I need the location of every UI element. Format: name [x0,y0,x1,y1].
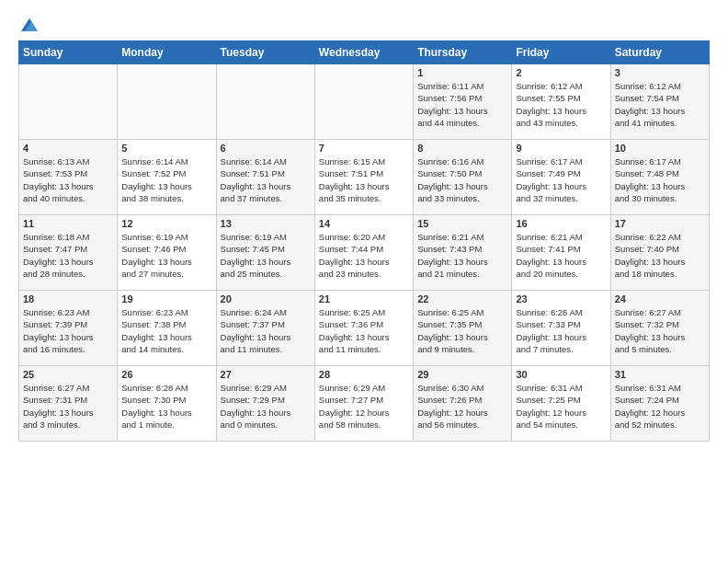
day-info: Sunrise: 6:31 AM Sunset: 7:25 PM Dayligh… [516,382,606,431]
day-info: Sunrise: 6:19 AM Sunset: 7:46 PM Dayligh… [121,231,211,280]
day-number: 30 [516,369,606,380]
calendar-header-wednesday: Wednesday [314,41,413,64]
calendar-header-sunday: Sunday [19,41,118,64]
calendar-cell: 9Sunrise: 6:17 AM Sunset: 7:49 PM Daylig… [512,140,610,215]
day-info: Sunrise: 6:18 AM Sunset: 7:47 PM Dayligh… [23,231,113,280]
calendar-cell: 29Sunrise: 6:30 AM Sunset: 7:26 PM Dayli… [414,366,512,442]
day-info: Sunrise: 6:29 AM Sunset: 7:27 PM Dayligh… [319,382,409,431]
calendar-cell: 15Sunrise: 6:21 AM Sunset: 7:43 PM Dayli… [414,215,512,291]
calendar-cell [19,64,118,140]
calendar-cell: 22Sunrise: 6:25 AM Sunset: 7:35 PM Dayli… [414,291,512,366]
day-number: 21 [319,293,409,304]
day-number: 9 [516,143,606,154]
day-number: 7 [319,143,409,154]
day-number: 25 [23,369,113,380]
calendar-header-friday: Friday [512,41,610,64]
page: SundayMondayTuesdayWednesdayThursdayFrid… [0,0,728,451]
calendar-header-saturday: Saturday [610,41,709,64]
calendar-cell: 27Sunrise: 6:29 AM Sunset: 7:29 PM Dayli… [216,366,314,442]
calendar-cell: 16Sunrise: 6:21 AM Sunset: 7:41 PM Dayli… [512,215,610,291]
calendar-cell: 11Sunrise: 6:18 AM Sunset: 7:47 PM Dayli… [19,215,118,291]
day-number: 1 [417,67,507,78]
calendar-header-tuesday: Tuesday [216,41,314,64]
day-number: 20 [221,293,311,304]
day-info: Sunrise: 6:30 AM Sunset: 7:26 PM Dayligh… [417,382,507,431]
calendar-cell: 2Sunrise: 6:12 AM Sunset: 7:55 PM Daylig… [512,64,610,140]
day-info: Sunrise: 6:15 AM Sunset: 7:51 PM Dayligh… [319,155,409,204]
day-info: Sunrise: 6:27 AM Sunset: 7:31 PM Dayligh… [23,382,113,431]
day-number: 3 [615,67,705,78]
calendar-cell: 3Sunrise: 6:12 AM Sunset: 7:54 PM Daylig… [610,64,709,140]
day-info: Sunrise: 6:27 AM Sunset: 7:32 PM Dayligh… [615,306,705,355]
day-info: Sunrise: 6:12 AM Sunset: 7:55 PM Dayligh… [516,80,606,129]
day-number: 17 [615,218,705,229]
calendar-header-monday: Monday [118,41,216,64]
day-number: 4 [23,143,113,154]
day-number: 23 [516,293,606,304]
calendar-cell: 28Sunrise: 6:29 AM Sunset: 7:27 PM Dayli… [314,366,413,442]
day-info: Sunrise: 6:22 AM Sunset: 7:40 PM Dayligh… [615,231,705,280]
day-info: Sunrise: 6:12 AM Sunset: 7:54 PM Dayligh… [615,80,705,129]
day-info: Sunrise: 6:21 AM Sunset: 7:41 PM Dayligh… [516,231,606,280]
calendar-header-row: SundayMondayTuesdayWednesdayThursdayFrid… [19,41,710,64]
calendar-cell: 30Sunrise: 6:31 AM Sunset: 7:25 PM Dayli… [512,366,610,442]
day-number: 18 [23,293,113,304]
day-info: Sunrise: 6:13 AM Sunset: 7:53 PM Dayligh… [23,155,113,204]
calendar-cell: 6Sunrise: 6:14 AM Sunset: 7:51 PM Daylig… [216,140,314,215]
calendar-cell: 31Sunrise: 6:31 AM Sunset: 7:24 PM Dayli… [610,366,709,442]
calendar-cell [314,64,413,140]
day-number: 16 [516,218,606,229]
calendar-cell: 24Sunrise: 6:27 AM Sunset: 7:32 PM Dayli… [610,291,709,366]
day-info: Sunrise: 6:16 AM Sunset: 7:50 PM Dayligh… [417,155,507,204]
day-number: 24 [615,293,705,304]
calendar-cell [118,64,216,140]
logo [18,15,40,33]
day-number: 11 [23,218,113,229]
calendar-cell: 1Sunrise: 6:11 AM Sunset: 7:56 PM Daylig… [414,64,512,140]
day-number: 22 [417,293,507,304]
calendar-table: SundayMondayTuesdayWednesdayThursdayFrid… [18,40,710,442]
day-info: Sunrise: 6:17 AM Sunset: 7:48 PM Dayligh… [615,155,705,204]
calendar-week-3: 11Sunrise: 6:18 AM Sunset: 7:47 PM Dayli… [19,215,710,291]
day-info: Sunrise: 6:11 AM Sunset: 7:56 PM Dayligh… [417,80,507,129]
day-number: 5 [121,143,211,154]
day-number: 10 [615,143,705,154]
calendar-week-1: 1Sunrise: 6:11 AM Sunset: 7:56 PM Daylig… [19,64,710,140]
day-info: Sunrise: 6:28 AM Sunset: 7:30 PM Dayligh… [121,382,211,431]
calendar-cell: 20Sunrise: 6:24 AM Sunset: 7:37 PM Dayli… [216,291,314,366]
day-info: Sunrise: 6:31 AM Sunset: 7:24 PM Dayligh… [615,382,705,431]
day-number: 27 [221,369,311,380]
calendar-cell: 19Sunrise: 6:23 AM Sunset: 7:38 PM Dayli… [118,291,216,366]
day-info: Sunrise: 6:24 AM Sunset: 7:37 PM Dayligh… [221,306,311,355]
day-number: 6 [221,143,311,154]
day-info: Sunrise: 6:23 AM Sunset: 7:38 PM Dayligh… [121,306,211,355]
day-number: 26 [121,369,211,380]
calendar-week-4: 18Sunrise: 6:23 AM Sunset: 7:39 PM Dayli… [19,291,710,366]
day-info: Sunrise: 6:25 AM Sunset: 7:35 PM Dayligh… [417,306,507,355]
calendar-cell: 18Sunrise: 6:23 AM Sunset: 7:39 PM Dayli… [19,291,118,366]
day-number: 2 [516,67,606,78]
logo-icon [19,15,40,35]
calendar-week-5: 25Sunrise: 6:27 AM Sunset: 7:31 PM Dayli… [19,366,710,442]
calendar-cell: 7Sunrise: 6:15 AM Sunset: 7:51 PM Daylig… [314,140,413,215]
calendar-cell [216,64,314,140]
day-info: Sunrise: 6:19 AM Sunset: 7:45 PM Dayligh… [221,231,311,280]
day-info: Sunrise: 6:23 AM Sunset: 7:39 PM Dayligh… [23,306,113,355]
day-info: Sunrise: 6:17 AM Sunset: 7:49 PM Dayligh… [516,155,606,204]
day-number: 31 [615,369,705,380]
day-number: 15 [417,218,507,229]
calendar-cell: 21Sunrise: 6:25 AM Sunset: 7:36 PM Dayli… [314,291,413,366]
calendar-week-2: 4Sunrise: 6:13 AM Sunset: 7:53 PM Daylig… [19,140,710,215]
day-info: Sunrise: 6:25 AM Sunset: 7:36 PM Dayligh… [319,306,409,355]
day-number: 13 [221,218,311,229]
day-number: 19 [121,293,211,304]
calendar-cell: 14Sunrise: 6:20 AM Sunset: 7:44 PM Dayli… [314,215,413,291]
day-number: 29 [417,369,507,380]
day-info: Sunrise: 6:29 AM Sunset: 7:29 PM Dayligh… [221,382,311,431]
calendar-cell: 17Sunrise: 6:22 AM Sunset: 7:40 PM Dayli… [610,215,709,291]
day-info: Sunrise: 6:14 AM Sunset: 7:52 PM Dayligh… [121,155,211,204]
calendar-cell: 23Sunrise: 6:26 AM Sunset: 7:33 PM Dayli… [512,291,610,366]
calendar-cell: 8Sunrise: 6:16 AM Sunset: 7:50 PM Daylig… [414,140,512,215]
day-number: 12 [121,218,211,229]
header [18,15,710,33]
